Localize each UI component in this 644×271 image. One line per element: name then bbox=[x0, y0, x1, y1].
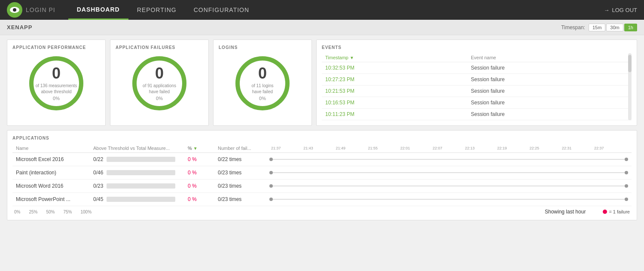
failures-value: 0 bbox=[155, 66, 164, 81]
app-percent-2: 0 % bbox=[184, 166, 214, 180]
logout-label: LOG OUT bbox=[612, 7, 637, 13]
app-failures-1: 0/22 times bbox=[214, 153, 266, 166]
events-table: Timestamp ▼ Event name 10:32:53 PM Sessi… bbox=[322, 53, 632, 120]
col-threshold: Above Threshold vs Total Measure... bbox=[90, 144, 184, 153]
tick-2: 21:49 bbox=[336, 146, 368, 150]
tick-7: 22:19 bbox=[497, 146, 529, 150]
logout-button[interactable]: → LOG OUT bbox=[604, 7, 637, 13]
app-failures-card: APPLICATION FAILURES 0 of 91 application… bbox=[110, 40, 209, 126]
app-name-1: Microsoft Excel 2016 bbox=[12, 153, 90, 166]
progress-bar-2 bbox=[107, 170, 175, 175]
event-timestamp-3: 10:21:53 PM bbox=[322, 85, 467, 97]
app-failures-2: 0/23 times bbox=[214, 166, 266, 180]
main-content: APPLICATION PERFORMANCE 0 of 136 measure… bbox=[0, 35, 644, 225]
app-percent-1: 0 % bbox=[184, 153, 214, 166]
col-percent[interactable]: % ▼ bbox=[184, 144, 214, 153]
scrollbar-thumb[interactable] bbox=[628, 55, 632, 72]
dot-left-2 bbox=[269, 171, 273, 174]
timespan-controls: 15m 30m 1h bbox=[589, 24, 637, 31]
timespan-15m[interactable]: 15m bbox=[589, 24, 605, 31]
applications-section: APPLICATIONS Name Above Threshold vs Tot… bbox=[7, 130, 637, 220]
label-25pct: 25% bbox=[29, 210, 37, 214]
dot-right-2 bbox=[625, 171, 628, 174]
applications-title: APPLICATIONS bbox=[12, 136, 632, 140]
logo-icon bbox=[7, 2, 22, 18]
events-card: EVENTS Timestamp ▼ Event name bbox=[316, 40, 637, 126]
threshold-value-1: 0/22 bbox=[93, 156, 103, 162]
section-title: XENAPP bbox=[7, 24, 561, 30]
tick-5: 22:07 bbox=[433, 146, 465, 150]
event-name-2: Session failure bbox=[467, 74, 632, 85]
gauge-center-performance: 0 of 136 measurements above threshold 0% bbox=[36, 66, 77, 101]
event-timestamp-1: 10:32:53 PM bbox=[322, 62, 467, 74]
timespan-1h[interactable]: 1h bbox=[624, 24, 637, 31]
app-percent-3: 0 % bbox=[184, 180, 214, 193]
app-timeline-4 bbox=[266, 193, 632, 206]
tick-4: 22:01 bbox=[400, 146, 433, 150]
timespan-30m[interactable]: 30m bbox=[606, 24, 623, 31]
logout-arrow-icon: → bbox=[604, 7, 609, 13]
events-col-eventname: Event name bbox=[467, 53, 632, 62]
scrollbar-track bbox=[628, 53, 632, 120]
tick-0: 21:37 bbox=[271, 146, 303, 150]
event-row-4: 10:16:53 PM Session failure bbox=[322, 97, 632, 109]
percent-value-2: 0 bbox=[188, 170, 191, 176]
tick-1: 21:43 bbox=[303, 146, 336, 150]
eye-icon bbox=[10, 7, 19, 13]
tick-6: 22:13 bbox=[465, 146, 497, 150]
app-timeline-3 bbox=[266, 180, 632, 193]
progress-bar-3 bbox=[107, 183, 175, 189]
nav-dashboard[interactable]: DASHBOARD bbox=[68, 0, 128, 20]
legend-dot-icon bbox=[603, 210, 607, 214]
timeline-bar-4 bbox=[269, 199, 628, 200]
logins-percent: 0% bbox=[259, 96, 266, 101]
timeline-bar-2 bbox=[269, 172, 628, 173]
nav: DASHBOARD REPORTING CONFIGURATION bbox=[68, 0, 604, 20]
subheader: XENAPP Timespan: 15m 30m 1h bbox=[0, 20, 644, 35]
app-row-4: Microsoft PowerPoint ... 0/45 0 % bbox=[12, 193, 632, 206]
progress-labels: 0% 25% 50% 75% 100% bbox=[14, 210, 92, 214]
app-row-3: Microsoft Word 2016 0/23 0 % 0/23 bbox=[12, 180, 632, 193]
col-timeline: 21:37 21:43 21:49 21:55 22:01 22:07 22:1… bbox=[266, 144, 632, 153]
legend-label: = 1 failure bbox=[609, 209, 630, 214]
app-threshold-2: 0/46 bbox=[90, 166, 184, 180]
event-timestamp-5: 10:11:23 PM bbox=[322, 109, 467, 120]
percent-value-3: 0 bbox=[188, 183, 191, 189]
app-row-1: Microsoft Excel 2016 0/22 0 % 0/22 bbox=[12, 153, 632, 166]
label-75pct: 75% bbox=[63, 210, 72, 214]
timeline-bar-3 bbox=[269, 186, 628, 186]
app-performance-gauge: 0 of 136 measurements above threshold 0% bbox=[26, 53, 86, 113]
nav-configuration[interactable]: CONFIGURATION bbox=[185, 0, 258, 20]
app-timeline-2 bbox=[266, 166, 632, 180]
event-row-1: 10:32:53 PM Session failure bbox=[322, 62, 632, 74]
label-100pct: 100% bbox=[81, 210, 92, 214]
dot-right-4 bbox=[625, 198, 628, 201]
app-row-2: Paint (interaction) 0/46 0 % 0/23 bbox=[12, 166, 632, 180]
footer-right: Showing last hour = 1 failure bbox=[545, 209, 630, 215]
timespan-label: Timespan: bbox=[561, 24, 585, 30]
showing-label: Showing last hour bbox=[545, 209, 586, 215]
app-failures-4: 0/23 times bbox=[214, 193, 266, 206]
tick-3: 21:55 bbox=[368, 146, 400, 150]
col-failures: Number of fail... bbox=[214, 144, 266, 153]
app-failures-title: APPLICATION FAILURES bbox=[116, 45, 175, 50]
app-percent-4: 0 % bbox=[184, 193, 214, 206]
event-timestamp-2: 10:27:23 PM bbox=[322, 74, 467, 85]
event-name-3: Session failure bbox=[467, 85, 632, 97]
nav-reporting[interactable]: REPORTING bbox=[128, 0, 185, 20]
logins-value: 0 bbox=[258, 66, 267, 81]
event-name-5: Session failure bbox=[467, 109, 632, 120]
logins-card: LOGINS 0 of 11 logins have failed 0% bbox=[213, 40, 312, 126]
sort-arrow-icon: ▼ bbox=[350, 55, 354, 60]
table-footer: 0% 25% 50% 75% 100% Showing last hour = … bbox=[12, 209, 632, 215]
app-name-3: Microsoft Word 2016 bbox=[12, 180, 90, 193]
tick-10: 22:37 bbox=[594, 146, 626, 150]
col-name: Name bbox=[12, 144, 90, 153]
performance-percent: 0% bbox=[53, 96, 60, 101]
gauge-center-logins: 0 of 11 logins have failed 0% bbox=[251, 66, 273, 101]
events-col-timestamp[interactable]: Timestamp ▼ bbox=[322, 53, 467, 62]
app-name: LOGIN PI bbox=[26, 6, 55, 13]
logins-title: LOGINS bbox=[219, 45, 238, 50]
event-timestamp-4: 10:16:53 PM bbox=[322, 97, 467, 109]
threshold-value-2: 0/46 bbox=[93, 170, 103, 176]
